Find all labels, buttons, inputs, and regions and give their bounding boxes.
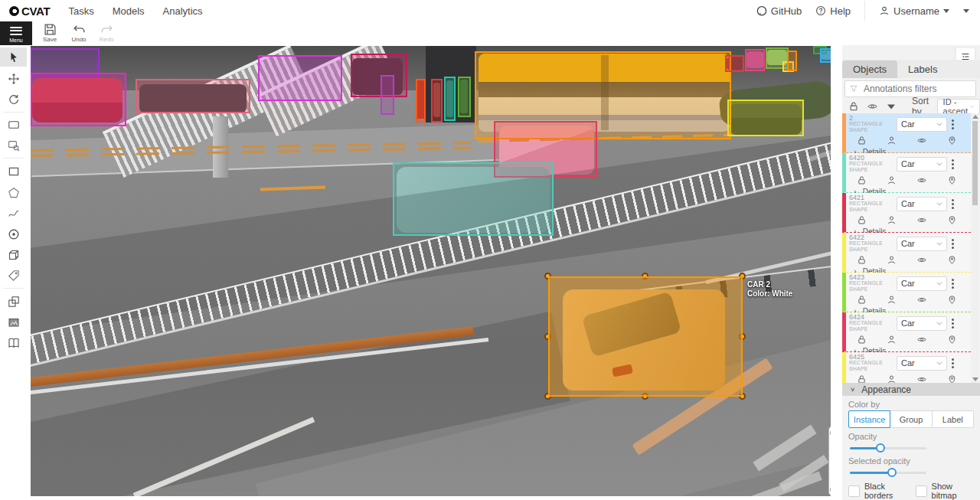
rotate-image-tool[interactable] (0, 90, 27, 109)
nav-tasks[interactable]: Tasks (68, 5, 93, 17)
hide-icon[interactable] (916, 215, 927, 225)
menu-button[interactable]: Menu (0, 21, 32, 45)
annotation-box[interactable] (745, 49, 765, 71)
object-item-6422[interactable]: 6422RECTANGLE SHAPECar›Details (842, 233, 971, 273)
pin-icon[interactable] (947, 255, 957, 265)
annotation-box[interactable] (458, 77, 471, 117)
object-label-select[interactable]: Car (897, 356, 947, 371)
opacity-slider[interactable] (850, 443, 926, 453)
black-borders-checkbox[interactable] (848, 485, 860, 497)
hide-icon[interactable] (916, 295, 927, 305)
occluded-icon[interactable] (887, 335, 897, 345)
fit-image-tool[interactable] (0, 115, 27, 134)
pin-icon[interactable] (947, 335, 957, 345)
annotation-box[interactable] (351, 54, 407, 97)
pin-icon[interactable] (947, 295, 957, 305)
color-by-instance[interactable]: Instance (848, 410, 890, 428)
group-shapes-tool[interactable] (0, 312, 27, 332)
hide-icon[interactable] (916, 255, 927, 265)
canvas-scrollbar-thumb[interactable] (830, 429, 831, 437)
hide-all-icon[interactable] (867, 101, 878, 112)
object-item-6421[interactable]: 6421RECTANGLE SHAPECar›Details (842, 193, 971, 233)
object-actions-menu-icon[interactable] (947, 278, 958, 289)
lock-icon[interactable] (857, 374, 867, 383)
annotation-box[interactable] (444, 77, 456, 121)
lock-icon[interactable] (857, 255, 867, 265)
object-label-select[interactable]: Car (897, 117, 947, 132)
occluded-icon[interactable] (887, 215, 897, 225)
lock-icon[interactable] (857, 175, 867, 185)
annotations-filter-input[interactable] (844, 80, 976, 97)
annotation-box[interactable] (31, 73, 126, 126)
object-label-select[interactable]: Car (897, 197, 947, 211)
hide-icon[interactable] (916, 374, 927, 383)
appearance-header[interactable]: ∨ Appearance (842, 383, 980, 396)
lock-all-icon[interactable] (848, 101, 859, 112)
hide-icon[interactable] (916, 175, 927, 185)
object-label-select[interactable]: Car (897, 276, 947, 291)
github-link[interactable]: GitHub (756, 5, 802, 17)
scroll-up-icon[interactable] (972, 115, 978, 119)
selected-annotation-box[interactable] (548, 276, 743, 397)
object-item-6423[interactable]: 6423RECTANGLE SHAPECar›Details (842, 273, 971, 312)
occluded-icon[interactable] (887, 136, 897, 145)
occluded-icon[interactable] (887, 374, 897, 383)
redo-button[interactable]: Redo (93, 23, 119, 44)
annotation-canvas[interactable]: CAR 2Color: White + (31, 46, 831, 496)
object-item-6424[interactable]: 6424RECTANGLE SHAPECar›Details (842, 312, 971, 352)
canvas-scrollbar[interactable]: + (828, 425, 831, 496)
draw-rectangle-tool[interactable] (0, 162, 27, 181)
object-item-2[interactable]: 2RECTANGLE SHAPECar›Details (842, 113, 971, 153)
object-item-6425[interactable]: 6425RECTANGLE SHAPECar›Details (842, 352, 971, 383)
lock-icon[interactable] (857, 215, 867, 225)
occluded-icon[interactable] (887, 295, 897, 305)
annotation-box[interactable] (725, 55, 744, 72)
object-item-6420[interactable]: 6420RECTANGLE SHAPECar›Details (842, 153, 971, 193)
object-actions-menu-icon[interactable] (947, 119, 958, 129)
annotation-box[interactable] (431, 79, 443, 123)
opacity-slider-handle[interactable] (876, 443, 885, 453)
tab-objects[interactable]: Objects (842, 60, 897, 78)
selected-opacity-slider-handle[interactable] (887, 468, 897, 477)
occluded-icon[interactable] (887, 175, 897, 185)
draw-points-tool[interactable] (0, 224, 27, 243)
object-list-scrollbar[interactable] (972, 113, 978, 383)
nav-models[interactable]: Models (113, 5, 145, 17)
pin-icon[interactable] (947, 374, 957, 383)
lock-icon[interactable] (857, 136, 867, 145)
annotation-box[interactable] (787, 51, 797, 71)
help-link[interactable]: Help (815, 5, 851, 17)
select-region-tool[interactable] (0, 136, 27, 155)
scroll-down-icon[interactable] (972, 377, 978, 381)
draw-polygon-tool[interactable] (0, 183, 27, 202)
nav-analytics[interactable]: Analytics (163, 5, 203, 17)
selected-opacity-slider[interactable] (850, 468, 926, 477)
hide-icon[interactable] (916, 335, 927, 345)
pin-icon[interactable] (947, 215, 957, 225)
setup-tag-tool[interactable] (0, 266, 27, 285)
draw-polyline-tool[interactable] (0, 204, 27, 223)
object-label-select[interactable]: Car (897, 237, 947, 251)
canvas-scrollbar-plus-icon[interactable]: + (830, 485, 831, 494)
color-by-label-option[interactable]: Label (932, 410, 974, 428)
split-track-tool[interactable] (0, 333, 27, 352)
pin-icon[interactable] (947, 175, 957, 185)
object-actions-menu-icon[interactable] (947, 318, 958, 328)
cvat-logo[interactable]: CVAT (9, 5, 50, 18)
object-actions-menu-icon[interactable] (947, 238, 958, 249)
annotation-box[interactable] (381, 75, 394, 115)
object-label-select[interactable]: Car (897, 157, 947, 172)
occluded-icon[interactable] (887, 255, 897, 265)
hide-icon[interactable] (916, 136, 927, 145)
annotation-box[interactable] (136, 79, 250, 113)
annotation-box[interactable] (393, 162, 554, 236)
user-menu[interactable]: Username (879, 5, 949, 17)
scrollbar-thumb[interactable] (972, 121, 978, 205)
move-image-tool[interactable] (0, 69, 27, 88)
merge-shapes-tool[interactable] (0, 292, 27, 311)
annotation-box[interactable] (258, 55, 342, 101)
lock-icon[interactable] (857, 295, 867, 305)
save-button[interactable]: Save (37, 23, 63, 44)
cursor-tool[interactable] (0, 47, 27, 67)
show-bitmap-checkbox[interactable] (916, 485, 927, 497)
